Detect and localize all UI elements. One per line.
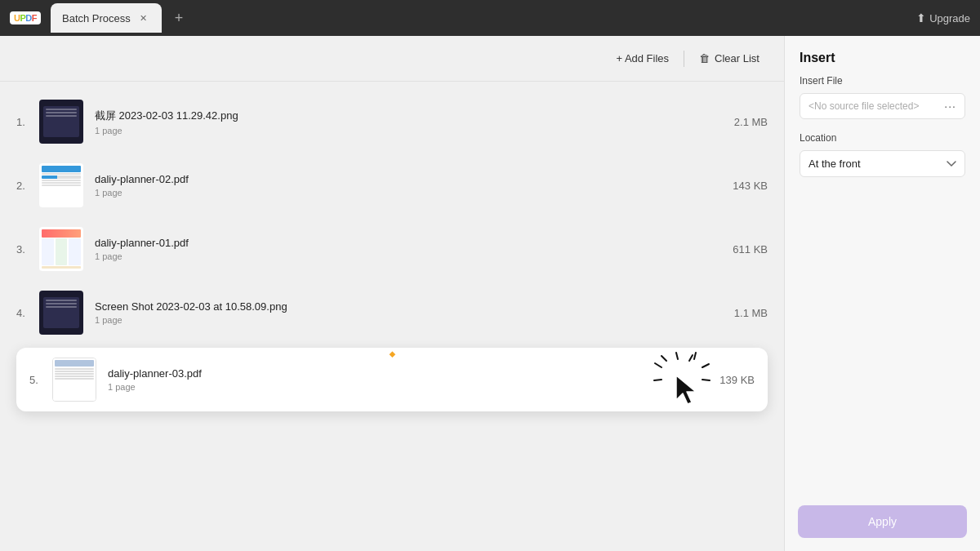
list-item[interactable]: 2. daliy-planner-02.pdf 1 page 143 K <box>0 153 784 217</box>
upgrade-button[interactable]: ⬆ Upgrade <box>916 11 970 24</box>
file-info: daliy-planner-01.pdf 1 page <box>95 237 733 261</box>
list-item[interactable]: 3. daliy-planner-01.pdf 1 page <box>0 217 784 281</box>
file-pages: 1 page <box>95 188 733 198</box>
file-number: 2. <box>16 180 39 192</box>
panel-spacer <box>785 190 980 492</box>
titlebar: UPDF Batch Process ✕ + ⬆ Upgrade <box>0 0 980 36</box>
file-thumbnail <box>39 163 83 207</box>
insert-file-placeholder: <No source file selected> <box>808 100 939 112</box>
file-thumbnail <box>39 291 83 335</box>
new-tab-button[interactable]: + <box>172 10 187 27</box>
file-name: daliy-planner-02.pdf <box>95 173 733 185</box>
more-options-icon[interactable]: ··· <box>944 100 956 113</box>
apply-button[interactable]: Apply <box>798 505 967 538</box>
file-number: 3. <box>16 243 39 256</box>
file-pages: 1 page <box>108 382 719 392</box>
toolbar: + Add Files 🗑 Clear List <box>0 36 784 82</box>
insert-file-section: Insert File <No source file selected> ··… <box>785 75 980 132</box>
location-label: Location <box>800 132 965 144</box>
add-files-label: + Add Files <box>616 52 669 64</box>
svg-line-7 <box>689 355 693 361</box>
file-name: daliy-planner-03.pdf <box>108 367 719 380</box>
file-number: 1. <box>16 116 39 128</box>
svg-line-6 <box>662 356 666 361</box>
file-name: Screen Shot 2023-02-03 at 10.58.09.png <box>95 300 734 313</box>
file-info: Screen Shot 2023-02-03 at 10.58.09.png 1… <box>95 300 734 325</box>
add-files-button[interactable]: + Add Files <box>608 47 677 69</box>
clear-list-button[interactable]: 🗑 Clear List <box>691 47 768 69</box>
upgrade-icon: ⬆ <box>916 11 926 24</box>
file-number: 5. <box>29 374 52 386</box>
batch-process-tab[interactable]: Batch Process ✕ <box>51 3 162 33</box>
file-thumbnail <box>39 227 83 271</box>
toolbar-divider <box>684 51 684 67</box>
file-size: 1.1 MB <box>734 307 768 319</box>
file-pages: 1 page <box>95 126 734 136</box>
file-info: 截屏 2023-02-03 11.29.42.png 1 page <box>95 109 734 136</box>
file-size: 611 KB <box>733 243 768 256</box>
file-pages: 1 page <box>95 251 733 261</box>
tab-close-icon[interactable]: ✕ <box>137 11 150 24</box>
svg-line-0 <box>676 353 678 359</box>
location-section: Location At the front At the end After p… <box>785 132 980 190</box>
list-item[interactable]: 4. Screen Shot 2023-02-03 at 10.58.09.pn… <box>0 281 784 344</box>
trash-icon: 🗑 <box>699 52 710 64</box>
file-thumbnail <box>39 100 83 144</box>
titlebar-actions: ⬆ Upgrade <box>916 11 970 24</box>
svg-line-1 <box>694 353 696 359</box>
file-thumbnail <box>52 358 96 402</box>
location-select[interactable]: At the front At the end After page Befor… <box>800 150 965 177</box>
panel-header: Insert <box>785 36 980 75</box>
upgrade-label: Upgrade <box>929 12 970 24</box>
right-panel: Insert Insert File <No source file selec… <box>784 36 980 551</box>
app-logo: UPDF <box>10 11 41 24</box>
file-name: 截屏 2023-02-03 11.29.42.png <box>95 109 734 123</box>
file-list-area: + Add Files 🗑 Clear List 1. <box>0 36 784 551</box>
list-item[interactable]: 1. 截屏 2023-02-03 11.29.42.png 1 page 2.1… <box>0 90 784 153</box>
insert-file-label: Insert File <box>800 75 965 87</box>
file-list: 1. 截屏 2023-02-03 11.29.42.png 1 page 2.1… <box>0 82 784 551</box>
file-name: daliy-planner-01.pdf <box>95 237 733 249</box>
file-size: 2.1 MB <box>734 116 768 128</box>
tab-label: Batch Process <box>62 12 131 24</box>
file-info: daliy-planner-02.pdf 1 page <box>95 173 733 198</box>
file-size: 139 KB <box>719 374 755 386</box>
file-info: daliy-planner-03.pdf 1 page <box>108 367 719 392</box>
clear-list-label: Clear List <box>715 52 760 64</box>
insert-file-input-row[interactable]: <No source file selected> ··· <box>800 93 965 119</box>
file-number: 4. <box>16 307 39 319</box>
main-content: + Add Files 🗑 Clear List 1. <box>0 36 980 551</box>
file-size: 143 KB <box>733 180 768 192</box>
file-pages: 1 page <box>95 315 734 325</box>
